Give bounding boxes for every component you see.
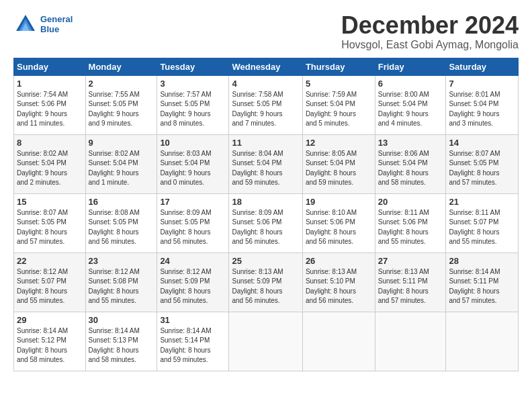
- day-number: 20: [378, 197, 443, 207]
- calendar-cell: 29Sunrise: 8:14 AM Sunset: 5:12 PM Dayli…: [14, 312, 86, 371]
- calendar-row-2: 15Sunrise: 8:07 AM Sunset: 5:05 PM Dayli…: [14, 193, 519, 253]
- day-info: Sunrise: 8:02 AM Sunset: 5:04 PM Dayligh…: [89, 149, 154, 188]
- calendar-table: Sunday Monday Tuesday Wednesday Thursday…: [13, 58, 519, 371]
- day-info: Sunrise: 8:04 AM Sunset: 5:04 PM Dayligh…: [232, 149, 299, 188]
- day-number: 30: [89, 315, 154, 325]
- day-number: 7: [449, 79, 515, 89]
- day-number: 19: [306, 197, 372, 207]
- calendar-cell: 31Sunrise: 8:14 AM Sunset: 5:14 PM Dayli…: [157, 312, 229, 371]
- day-number: 10: [160, 138, 226, 148]
- day-info: Sunrise: 7:57 AM Sunset: 5:05 PM Dayligh…: [160, 90, 226, 129]
- day-number: 31: [160, 315, 226, 325]
- title-area: December 2024 Hovsgol, East Gobi Aymag, …: [341, 12, 519, 51]
- day-number: 27: [378, 256, 443, 266]
- calendar-cell: 6Sunrise: 8:00 AM Sunset: 5:04 PM Daylig…: [375, 75, 446, 134]
- calendar-cell: 24Sunrise: 8:12 AM Sunset: 5:09 PM Dayli…: [157, 253, 229, 312]
- day-number: 11: [232, 138, 299, 148]
- day-info: Sunrise: 8:00 AM Sunset: 5:04 PM Dayligh…: [378, 90, 443, 129]
- calendar-cell: 1Sunrise: 7:54 AM Sunset: 5:06 PM Daylig…: [14, 75, 86, 134]
- calendar-row-1: 8Sunrise: 8:02 AM Sunset: 5:04 PM Daylig…: [14, 134, 519, 193]
- logo-icon: [13, 12, 38, 36]
- day-info: Sunrise: 8:10 AM Sunset: 5:06 PM Dayligh…: [306, 208, 372, 247]
- main-title: December 2024: [341, 12, 519, 39]
- subtitle: Hovsgol, East Gobi Aymag, Mongolia: [341, 39, 519, 51]
- calendar-cell: 28Sunrise: 8:14 AM Sunset: 5:11 PM Dayli…: [446, 253, 519, 312]
- calendar-cell: 4Sunrise: 7:58 AM Sunset: 5:05 PM Daylig…: [229, 75, 302, 134]
- day-number: 28: [449, 256, 515, 266]
- calendar-cell: 25Sunrise: 8:13 AM Sunset: 5:09 PM Dayli…: [229, 253, 302, 312]
- day-number: 21: [449, 197, 515, 207]
- day-number: 22: [17, 256, 83, 266]
- col-monday: Monday: [85, 58, 157, 75]
- calendar-cell: 18Sunrise: 8:09 AM Sunset: 5:06 PM Dayli…: [229, 193, 302, 253]
- day-number: 24: [160, 256, 226, 266]
- calendar-header-row: Sunday Monday Tuesday Wednesday Thursday…: [14, 58, 519, 75]
- col-sunday: Sunday: [14, 58, 86, 75]
- calendar-row-4: 29Sunrise: 8:14 AM Sunset: 5:12 PM Dayli…: [14, 312, 519, 371]
- col-wednesday: Wednesday: [229, 58, 302, 75]
- logo: General Blue: [13, 12, 73, 36]
- calendar-cell: 10Sunrise: 8:03 AM Sunset: 5:04 PM Dayli…: [157, 134, 229, 193]
- calendar-cell: 12Sunrise: 8:05 AM Sunset: 5:04 PM Dayli…: [302, 134, 375, 193]
- day-number: 4: [232, 79, 299, 89]
- day-info: Sunrise: 8:11 AM Sunset: 5:07 PM Dayligh…: [449, 208, 515, 247]
- day-number: 3: [160, 79, 226, 89]
- day-number: 13: [378, 138, 443, 148]
- day-info: Sunrise: 8:03 AM Sunset: 5:04 PM Dayligh…: [160, 149, 226, 188]
- day-info: Sunrise: 8:14 AM Sunset: 5:13 PM Dayligh…: [89, 326, 154, 365]
- day-info: Sunrise: 7:54 AM Sunset: 5:06 PM Dayligh…: [17, 90, 83, 129]
- day-info: Sunrise: 8:13 AM Sunset: 5:10 PM Dayligh…: [306, 267, 372, 306]
- day-info: Sunrise: 8:06 AM Sunset: 5:04 PM Dayligh…: [378, 149, 443, 188]
- col-thursday: Thursday: [302, 58, 375, 75]
- day-info: Sunrise: 8:09 AM Sunset: 5:05 PM Dayligh…: [160, 208, 226, 247]
- calendar-cell: 30Sunrise: 8:14 AM Sunset: 5:13 PM Dayli…: [85, 312, 157, 371]
- calendar-cell: 2Sunrise: 7:55 AM Sunset: 5:05 PM Daylig…: [85, 75, 157, 134]
- day-number: 14: [449, 138, 515, 148]
- day-info: Sunrise: 8:11 AM Sunset: 5:06 PM Dayligh…: [378, 208, 443, 247]
- day-info: Sunrise: 8:02 AM Sunset: 5:04 PM Dayligh…: [17, 149, 83, 188]
- calendar-cell: 9Sunrise: 8:02 AM Sunset: 5:04 PM Daylig…: [85, 134, 157, 193]
- header: General Blue December 2024 Hovsgol, East…: [13, 12, 519, 51]
- calendar-cell: 15Sunrise: 8:07 AM Sunset: 5:05 PM Dayli…: [14, 193, 86, 253]
- day-info: Sunrise: 8:13 AM Sunset: 5:11 PM Dayligh…: [378, 267, 443, 306]
- day-number: 6: [378, 79, 443, 89]
- calendar-cell: 11Sunrise: 8:04 AM Sunset: 5:04 PM Dayli…: [229, 134, 302, 193]
- calendar-cell: 20Sunrise: 8:11 AM Sunset: 5:06 PM Dayli…: [375, 193, 446, 253]
- col-friday: Friday: [375, 58, 446, 75]
- day-number: 2: [89, 79, 154, 89]
- day-number: 17: [160, 197, 226, 207]
- calendar-cell: 8Sunrise: 8:02 AM Sunset: 5:04 PM Daylig…: [14, 134, 86, 193]
- day-number: 5: [306, 79, 372, 89]
- calendar-cell: 23Sunrise: 8:12 AM Sunset: 5:08 PM Dayli…: [85, 253, 157, 312]
- day-number: 8: [17, 138, 83, 148]
- day-number: 12: [306, 138, 372, 148]
- calendar-cell: 21Sunrise: 8:11 AM Sunset: 5:07 PM Dayli…: [446, 193, 519, 253]
- day-number: 18: [232, 197, 299, 207]
- calendar-cell: 5Sunrise: 7:59 AM Sunset: 5:04 PM Daylig…: [302, 75, 375, 134]
- logo-text: General Blue: [40, 14, 73, 34]
- day-number: 15: [17, 197, 83, 207]
- day-info: Sunrise: 8:08 AM Sunset: 5:05 PM Dayligh…: [89, 208, 154, 247]
- calendar-cell: 14Sunrise: 8:07 AM Sunset: 5:05 PM Dayli…: [446, 134, 519, 193]
- day-info: Sunrise: 8:12 AM Sunset: 5:07 PM Dayligh…: [17, 267, 83, 306]
- col-saturday: Saturday: [446, 58, 519, 75]
- day-info: Sunrise: 8:14 AM Sunset: 5:11 PM Dayligh…: [449, 267, 515, 306]
- calendar-cell: 27Sunrise: 8:13 AM Sunset: 5:11 PM Dayli…: [375, 253, 446, 312]
- day-info: Sunrise: 8:13 AM Sunset: 5:09 PM Dayligh…: [232, 267, 299, 306]
- calendar-cell: 16Sunrise: 8:08 AM Sunset: 5:05 PM Dayli…: [85, 193, 157, 253]
- day-number: 23: [89, 256, 154, 266]
- day-info: Sunrise: 7:58 AM Sunset: 5:05 PM Dayligh…: [232, 90, 299, 129]
- day-number: 26: [306, 256, 372, 266]
- page: General Blue December 2024 Hovsgol, East…: [0, 0, 532, 378]
- day-info: Sunrise: 8:14 AM Sunset: 5:14 PM Dayligh…: [160, 326, 226, 365]
- calendar-cell: [375, 312, 446, 371]
- day-info: Sunrise: 8:09 AM Sunset: 5:06 PM Dayligh…: [232, 208, 299, 247]
- calendar-cell: 7Sunrise: 8:01 AM Sunset: 5:04 PM Daylig…: [446, 75, 519, 134]
- day-number: 1: [17, 79, 83, 89]
- day-info: Sunrise: 8:14 AM Sunset: 5:12 PM Dayligh…: [17, 326, 83, 365]
- day-info: Sunrise: 8:07 AM Sunset: 5:05 PM Dayligh…: [449, 149, 515, 188]
- col-tuesday: Tuesday: [157, 58, 229, 75]
- calendar-cell: 3Sunrise: 7:57 AM Sunset: 5:05 PM Daylig…: [157, 75, 229, 134]
- calendar-cell: 22Sunrise: 8:12 AM Sunset: 5:07 PM Dayli…: [14, 253, 86, 312]
- calendar-cell: [446, 312, 519, 371]
